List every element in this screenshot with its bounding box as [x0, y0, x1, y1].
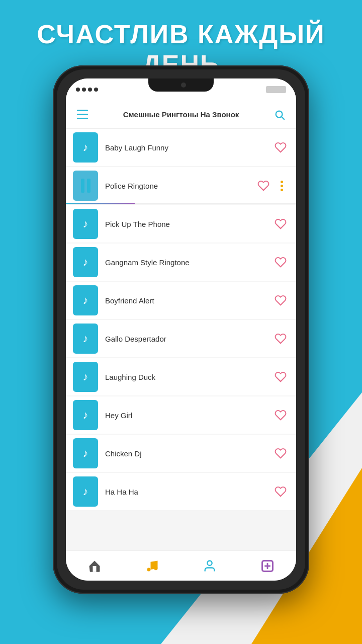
like-button[interactable]: [272, 407, 289, 424]
music-note-icon: ♪: [83, 217, 88, 230]
song-icon-bg: ♪: [73, 362, 98, 392]
svg-line-1: [282, 117, 284, 119]
notch-area: [66, 78, 296, 101]
search-button[interactable]: [270, 105, 289, 124]
app-header: Смешные Рингтоны На Звонок: [66, 101, 296, 129]
list-item[interactable]: ♪ Gangnam Style Ringtone: [66, 244, 296, 281]
list-item[interactable]: ♪ Baby Laugh Funny: [66, 129, 296, 166]
list-item[interactable]: ♪ Pick Up The Phone: [66, 205, 296, 243]
list-item[interactable]: ♪ Chicken Dj: [66, 435, 296, 472]
song-name: Hey Girl: [105, 411, 272, 420]
song-icon-bg: ♪: [73, 476, 98, 507]
more-dot-1: [281, 181, 283, 183]
song-icon-bg: ♪: [73, 438, 98, 468]
nav-item-music[interactable]: [124, 551, 182, 581]
music-note-icon: ♪: [83, 370, 88, 383]
like-button[interactable]: [272, 254, 289, 271]
pause-icon: [81, 179, 90, 193]
music-note-icon: ♪: [83, 409, 88, 422]
menu-line-2: [77, 114, 88, 115]
notch: [148, 78, 214, 92]
list-item[interactable]: ♪ Hey Girl: [66, 396, 296, 434]
song-name: Gallo Despertador: [105, 335, 272, 343]
like-button[interactable]: [272, 215, 289, 232]
pause-bar-2: [87, 179, 90, 193]
phone-screen: Смешные Рингтоны На Звонок ♪ Baby Laugh …: [66, 78, 296, 581]
music-note-icon: ♪: [83, 141, 88, 154]
more-options-button[interactable]: [274, 178, 289, 193]
like-button[interactable]: [272, 368, 289, 385]
svg-point-4: [208, 560, 212, 565]
song-icon-bg: ♪: [73, 400, 98, 430]
song-icon-bg: ♪: [73, 324, 98, 354]
svg-point-3: [154, 567, 157, 570]
song-name: Chicken Dj: [105, 449, 272, 458]
list-item[interactable]: ♪ Gallo Despertador: [66, 320, 296, 357]
person-icon: [203, 559, 217, 573]
phone-inner: Смешные Рингтоны На Звонок ♪ Baby Laugh …: [57, 69, 305, 590]
menu-line-3: [77, 118, 88, 119]
svg-point-2: [147, 568, 150, 571]
song-name: Pick Up The Phone: [105, 220, 272, 228]
menu-button[interactable]: [73, 105, 92, 124]
song-name: Boyfriend Alert: [105, 296, 272, 305]
progress-bar-fill: [66, 203, 135, 204]
add-icon: [260, 559, 275, 573]
music-note-icon: ♪: [83, 294, 88, 307]
song-icon-bg: ♪: [73, 285, 98, 315]
music-note-icon: ♪: [83, 256, 88, 269]
menu-line-1: [77, 110, 88, 111]
song-name: Baby Laugh Funny: [105, 143, 272, 152]
list-item[interactable]: ♪ Boyfriend Alert: [66, 282, 296, 319]
battery-icon: [266, 86, 286, 93]
like-button[interactable]: [255, 177, 272, 194]
like-button[interactable]: [272, 330, 289, 347]
like-button[interactable]: [272, 445, 289, 462]
more-dot-2: [281, 185, 283, 187]
phone-frame: Смешные Рингтоны На Звонок ♪ Baby Laugh …: [53, 65, 309, 594]
like-button[interactable]: [272, 292, 289, 309]
signal-dots: [76, 88, 98, 92]
progress-bar: [66, 203, 296, 204]
more-dot-3: [281, 189, 283, 191]
nav-item-add[interactable]: [239, 551, 297, 581]
music-note-icon: ♪: [83, 332, 88, 345]
music-icon: [145, 559, 159, 573]
home-icon: [87, 559, 102, 573]
song-name: Ha Ha Ha: [105, 488, 272, 496]
song-icon-bg: ♪: [73, 209, 98, 239]
song-name: Laughing Duck: [105, 373, 272, 381]
like-button[interactable]: [272, 483, 289, 500]
camera: [181, 83, 186, 88]
list-item[interactable]: ♪ Laughing Duck: [66, 358, 296, 395]
music-note-icon: ♪: [83, 485, 88, 498]
song-list: ♪ Baby Laugh Funny: [66, 129, 296, 550]
song-icon-bg: ♪: [73, 132, 98, 163]
pause-bar-1: [81, 179, 84, 193]
song-name: Gangnam Style Ringtone: [105, 258, 272, 267]
music-note-icon: ♪: [83, 447, 88, 460]
song-icon-bg: ♪: [73, 247, 98, 277]
song-icon-bg-playing: [73, 171, 98, 201]
song-name: Police Ringtone: [105, 182, 255, 190]
nav-item-profile[interactable]: [181, 551, 239, 581]
list-item[interactable]: ♪ Ha Ha Ha: [66, 473, 296, 510]
like-button[interactable]: [272, 139, 289, 156]
bottom-nav: [66, 550, 296, 581]
nav-item-home[interactable]: [66, 551, 124, 581]
list-item[interactable]: Police Ringtone: [66, 167, 296, 204]
header-title: Смешные Рингтоны На Звонок: [92, 110, 270, 119]
